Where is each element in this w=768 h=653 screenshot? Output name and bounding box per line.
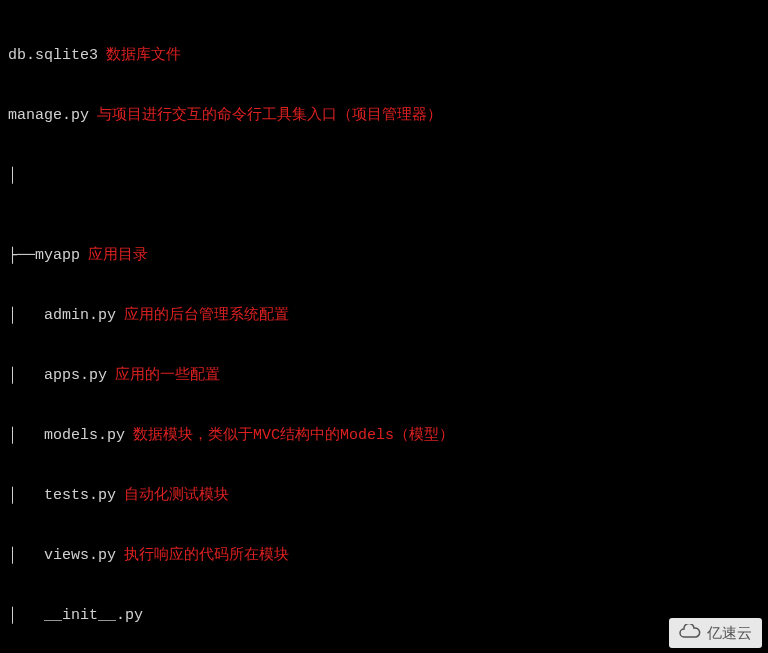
dirname: myapp — [35, 246, 80, 266]
filename: __init__.py — [44, 606, 143, 626]
file-item: │ apps.py 应用的一些配置 — [8, 366, 768, 386]
file-tree: db.sqlite3 数据库文件 manage.py 与项目进行交互的命令行工具… — [0, 0, 768, 653]
file-item: manage.py 与项目进行交互的命令行工具集入口（项目管理器） — [8, 106, 768, 126]
file-item: db.sqlite3 数据库文件 — [8, 46, 768, 66]
file-item: │ views.py 执行响应的代码所在模块 — [8, 546, 768, 566]
file-item: │ tests.py 自动化测试模块 — [8, 486, 768, 506]
annotation: 自动化测试模块 — [124, 486, 229, 506]
file-item: │ models.py 数据模块，类似于MVC结构中的Models（模型） — [8, 426, 768, 446]
cloud-icon — [679, 623, 701, 643]
watermark-text: 亿速云 — [707, 623, 752, 643]
filename: manage.py — [8, 106, 89, 126]
dir-item: ├── myapp 应用目录 — [8, 246, 768, 266]
filename: models.py — [44, 426, 125, 446]
filename: tests.py — [44, 486, 116, 506]
annotation: 数据库文件 — [106, 46, 181, 66]
tree-gap: │ — [8, 166, 768, 186]
annotation: 数据模块，类似于MVC结构中的Models（模型） — [133, 426, 454, 446]
filename: views.py — [44, 546, 116, 566]
filename: admin.py — [44, 306, 116, 326]
annotation: 应用的一些配置 — [115, 366, 220, 386]
file-item: │ __init__.py — [8, 606, 768, 626]
annotation: 执行响应的代码所在模块 — [124, 546, 289, 566]
annotation: 与项目进行交互的命令行工具集入口（项目管理器） — [97, 106, 442, 126]
filename: apps.py — [44, 366, 107, 386]
watermark-badge: 亿速云 — [669, 618, 762, 648]
filename: db.sqlite3 — [8, 46, 98, 66]
annotation: 应用的后台管理系统配置 — [124, 306, 289, 326]
annotation: 应用目录 — [88, 246, 148, 266]
file-item: │ admin.py 应用的后台管理系统配置 — [8, 306, 768, 326]
